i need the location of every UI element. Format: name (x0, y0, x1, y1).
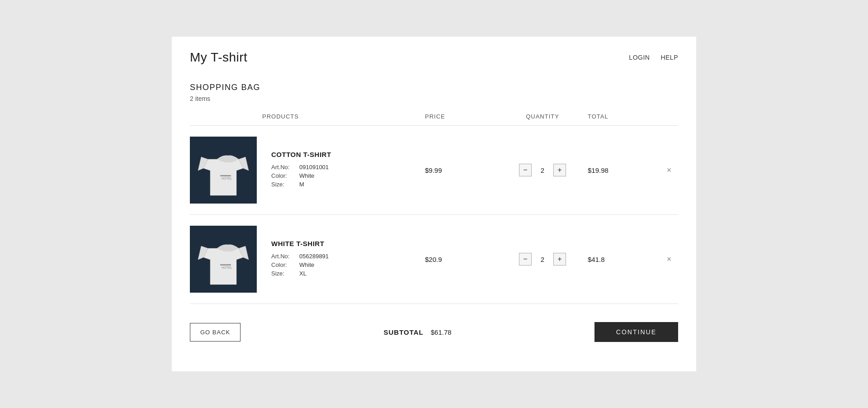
price-cell-2: $20.9 (425, 256, 497, 263)
qty-decrease-1[interactable]: − (519, 164, 532, 176)
items-count: 2 items (190, 95, 678, 102)
total-cell-2: $41.8 (588, 256, 660, 263)
color-value-2: White (299, 261, 314, 268)
remove-cell-1: × (660, 164, 678, 177)
product-color-1: Color: White (271, 172, 425, 179)
qty-increase-1[interactable]: + (553, 164, 566, 176)
cart-footer: GO BACK SUBTOTAL $61.78 CONTINUE (190, 308, 678, 346)
artno-label-2: Art.No: (271, 253, 296, 260)
product-image-1: HOTEL (190, 137, 257, 204)
svg-rect-2 (220, 175, 231, 176)
col-header-remove (660, 113, 678, 120)
table-row: HOTEL COTTON T-SHIRT Art.No: 091091001 C… (190, 126, 678, 215)
product-color-2: Color: White (271, 261, 425, 268)
table-header: PRODUCTS PRICE QUANTITY TOTAL (190, 113, 678, 126)
col-header-price: PRICE (425, 113, 497, 120)
header: My T-shirt LOGIN HELP (172, 37, 696, 74)
product-info-1: COTTON T-SHIRT Art.No: 091091001 Color: … (262, 151, 425, 190)
header-nav: LOGIN HELP (629, 54, 678, 61)
col-header-quantity: QUANTITY (497, 113, 588, 120)
page-container: My T-shirt LOGIN HELP SHOPPING BAG 2 ite… (172, 37, 696, 371)
product-size-1: Size: M (271, 181, 425, 188)
section-title: SHOPPING BAG (190, 83, 678, 92)
artno-value-2: 056289891 (299, 253, 329, 260)
subtotal-label: SUBTOTAL (383, 328, 423, 336)
qty-value-1: 2 (538, 166, 547, 174)
svg-text:HOTEL: HOTEL (222, 266, 232, 269)
remove-button-1[interactable]: × (665, 164, 674, 177)
color-label-2: Color: (271, 261, 296, 268)
qty-increase-2[interactable]: + (553, 253, 566, 266)
qty-decrease-2[interactable]: − (519, 253, 532, 266)
col-header-empty (190, 113, 262, 120)
main-content: SHOPPING BAG 2 items PRODUCTS PRICE QUAN… (172, 74, 696, 365)
table-row: HOTEL WHITE T-SHIRT Art.No: 056289891 Co… (190, 215, 678, 304)
qty-value-2: 2 (538, 256, 547, 263)
svg-text:HOTEL: HOTEL (222, 177, 232, 180)
size-value-2: XL (299, 270, 307, 277)
login-link[interactable]: LOGIN (629, 54, 650, 61)
total-cell-1: $19.98 (588, 166, 660, 174)
product-image-2: HOTEL (190, 226, 257, 293)
quantity-cell-1: − 2 + (497, 164, 588, 176)
remove-button-2[interactable]: × (665, 253, 674, 266)
quantity-cell-2: − 2 + (497, 253, 588, 266)
size-value-1: M (299, 181, 304, 188)
color-label-1: Color: (271, 172, 296, 179)
product-info-2: WHITE T-SHIRT Art.No: 056289891 Color: W… (262, 240, 425, 279)
artno-value-1: 091091001 (299, 164, 329, 171)
artno-label-1: Art.No: (271, 164, 296, 171)
subtotal-value: $61.78 (431, 328, 452, 336)
subtotal-section: SUBTOTAL $61.78 (383, 328, 451, 336)
size-label-2: Size: (271, 270, 296, 277)
go-back-button[interactable]: GO BACK (190, 323, 241, 342)
product-artno-2: Art.No: 056289891 (271, 253, 425, 260)
product-name-2: WHITE T-SHIRT (271, 240, 425, 247)
size-label-1: Size: (271, 181, 296, 188)
remove-cell-2: × (660, 253, 678, 266)
product-size-2: Size: XL (271, 270, 425, 277)
continue-button[interactable]: CONTINUE (594, 322, 678, 342)
svg-rect-5 (220, 264, 231, 266)
color-value-1: White (299, 172, 314, 179)
price-cell-1: $9.99 (425, 166, 497, 174)
product-name-1: COTTON T-SHIRT (271, 151, 425, 158)
col-header-products: PRODUCTS (262, 113, 425, 120)
help-link[interactable]: HELP (660, 54, 678, 61)
product-artno-1: Art.No: 091091001 (271, 164, 425, 171)
col-header-total: TOTAL (588, 113, 660, 120)
brand-title: My T-shirt (190, 50, 247, 65)
